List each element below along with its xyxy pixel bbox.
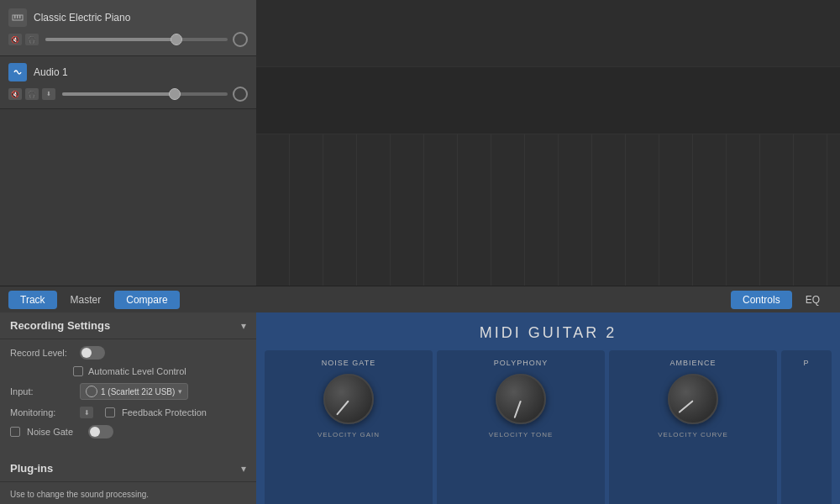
track-2-headphones-btn[interactable]: 🎧 xyxy=(25,88,39,100)
track-2-header: Audio 1 xyxy=(8,63,248,81)
track-2-pan-knob[interactable] xyxy=(233,87,248,102)
top-section: Classic Electric Piano 🔇 🎧 xyxy=(0,0,840,286)
knob-1-visual[interactable] xyxy=(323,374,374,424)
auto-level-checkbox[interactable] xyxy=(73,366,83,376)
tab-controls[interactable]: Controls xyxy=(731,291,792,309)
arrangement-row-1 xyxy=(256,0,840,67)
tab-bar: Track Master Compare Controls EQ xyxy=(0,286,840,312)
record-level-row: Record Level: xyxy=(10,346,246,360)
feedback-protection-checkbox[interactable] xyxy=(105,407,115,417)
synth-title: MIDI GUITAR 2 xyxy=(256,312,840,350)
knob-3-visual[interactable] xyxy=(668,374,718,424)
feedback-protection-label: Feedback Protection xyxy=(122,407,207,417)
bottom-section: Track Master Compare Controls EQ Recordi… xyxy=(0,286,840,504)
track-1-headphones-btn[interactable]: 🎧 xyxy=(25,34,39,45)
recording-settings-content: Record Level: Automatic Level Control In… xyxy=(0,339,256,452)
track-1-icon xyxy=(8,8,27,27)
noise-gate-toggle[interactable] xyxy=(88,425,113,438)
knob-group-noise-gate: NOISE GATE VELOCITY GAIN xyxy=(265,350,433,504)
tab-master[interactable]: Master xyxy=(59,291,113,309)
input-circle-icon xyxy=(86,386,97,397)
knob-2-sublabel: VELOCITY TONE xyxy=(489,431,554,438)
svg-rect-2 xyxy=(17,15,18,18)
track-item-2[interactable]: Audio 1 🔇 🎧 ⬇ xyxy=(0,56,256,109)
knob-1-sublabel: VELOCITY GAIN xyxy=(318,431,380,438)
auto-level-label: Automatic Level Control xyxy=(88,366,186,376)
recording-settings-title: Recording Settings xyxy=(10,319,110,332)
track-list: Classic Electric Piano 🔇 🎧 xyxy=(0,0,256,286)
record-level-knob xyxy=(81,348,92,358)
track-2-slider[interactable] xyxy=(62,92,228,96)
input-row: Input: 1 (Scarlett 2i2 USB) ▾ xyxy=(10,383,246,400)
monitoring-label: Monitoring: xyxy=(10,407,73,417)
knobs-row: NOISE GATE VELOCITY GAIN POLYPHONY VELOC… xyxy=(256,350,840,504)
arrangement-view xyxy=(256,0,840,286)
knob-3-label: AMBIENCE xyxy=(669,359,716,367)
bottom-panels: Recording Settings ▾ Record Level: A xyxy=(0,312,840,504)
tab-track[interactable]: Track xyxy=(8,291,57,309)
track-2-icon xyxy=(8,63,27,81)
record-level-toggle[interactable] xyxy=(80,346,105,360)
track-1-pan-knob[interactable] xyxy=(233,32,248,47)
knob-group-ambience: AMBIENCE VELOCITY CURVE xyxy=(609,350,777,504)
knob-group-partial: P xyxy=(781,350,832,504)
monitoring-icon[interactable]: ⬇ xyxy=(80,407,93,418)
track-1-mute-btn[interactable]: 🔇 xyxy=(8,34,22,45)
arrangement-grid[interactable] xyxy=(256,134,840,286)
knob-3-sublabel: VELOCITY CURVE xyxy=(658,431,728,438)
plugins-chevron: ▾ xyxy=(241,463,246,475)
partial-knob-label: P xyxy=(803,359,809,367)
track-empty xyxy=(0,109,256,286)
tab-right-group: Controls EQ xyxy=(731,291,832,309)
noise-gate-checkbox[interactable] xyxy=(10,427,20,437)
track-1-header: Classic Electric Piano xyxy=(8,8,248,27)
knob-1-label: NOISE GATE xyxy=(322,359,375,367)
input-value: 1 (Scarlett 2i2 USB) xyxy=(101,387,175,396)
input-label: Input: xyxy=(10,386,73,396)
noise-gate-knob xyxy=(90,427,100,437)
tab-eq[interactable]: EQ xyxy=(794,291,832,309)
svg-rect-3 xyxy=(19,15,21,18)
plugins-header[interactable]: Plug-ins ▾ xyxy=(0,455,256,482)
noise-gate-row: Noise Gate xyxy=(10,425,246,438)
track-2-volume xyxy=(62,87,248,102)
monitoring-row: Monitoring: ⬇ Feedback Protection xyxy=(10,407,246,418)
track-2-record-btn[interactable]: ⬇ xyxy=(42,88,55,100)
track-1-slider[interactable] xyxy=(45,38,228,41)
input-dropdown[interactable]: 1 (Scarlett 2i2 USB) ▾ xyxy=(80,383,188,400)
svg-rect-1 xyxy=(14,15,16,18)
knob-2-label: POLYPHONY xyxy=(494,359,548,367)
track-1-volume xyxy=(45,32,248,47)
input-chevron-icon: ▾ xyxy=(178,387,182,396)
synth-panel: MIDI GUITAR 2 NOISE GATE VELOCITY GAIN P… xyxy=(256,312,840,504)
plugins-content: Use to change the sound processing. MIDI… xyxy=(0,482,256,504)
recording-settings-chevron: ▾ xyxy=(241,320,246,332)
arrangement-row-2 xyxy=(256,67,840,134)
main-container: Classic Electric Piano 🔇 🎧 xyxy=(0,0,840,504)
tab-compare[interactable]: Compare xyxy=(114,291,179,309)
noise-gate-label: Noise Gate xyxy=(27,427,73,437)
plugins-description: Use to change the sound processing. xyxy=(10,489,246,501)
knob-group-polyphony: POLYPHONY VELOCITY TONE xyxy=(437,350,605,504)
track-1-controls: 🔇 🎧 xyxy=(8,32,248,47)
track-item-1[interactable]: Classic Electric Piano 🔇 🎧 xyxy=(0,0,256,56)
track-2-controls: 🔇 🎧 ⬇ xyxy=(8,87,248,102)
auto-level-row: Automatic Level Control xyxy=(73,366,246,376)
track-1-name: Classic Electric Piano xyxy=(34,12,130,24)
track-2-mute-btn[interactable]: 🔇 xyxy=(8,88,22,100)
track-2-name: Audio 1 xyxy=(34,66,68,78)
knob-2-visual[interactable] xyxy=(496,374,546,424)
plugins-title: Plug-ins xyxy=(10,462,53,475)
settings-panel: Recording Settings ▾ Record Level: A xyxy=(0,312,256,504)
record-level-label: Record Level: xyxy=(10,348,73,358)
recording-settings-header[interactable]: Recording Settings ▾ xyxy=(0,312,256,339)
